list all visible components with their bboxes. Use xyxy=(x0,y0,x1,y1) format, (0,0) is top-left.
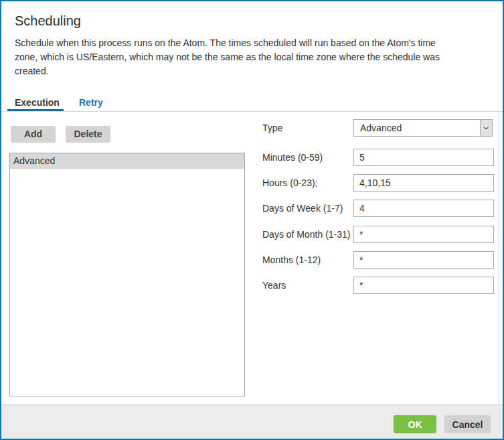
cancel-button[interactable]: Cancel xyxy=(444,415,491,433)
page-title: Scheduling xyxy=(15,13,81,29)
days-of-week-label: Days of Week (1-7) xyxy=(262,200,343,217)
content-right-divider xyxy=(499,112,499,405)
footer-bar: OK Cancel xyxy=(1,405,503,439)
type-dropdown-arrow-button[interactable]: ⌄ xyxy=(480,120,492,136)
hours-label: Hours (0-23); xyxy=(262,174,317,192)
months-label: Months (1-12) xyxy=(262,251,321,269)
chevron-down-icon: ⌄ xyxy=(481,120,491,133)
tab-retry[interactable]: Retry xyxy=(79,97,103,112)
hours-input[interactable] xyxy=(353,174,494,192)
days-of-month-label: Days of Month (1-31) xyxy=(262,226,351,243)
list-item-advanced[interactable]: Advanced xyxy=(10,153,244,169)
type-dropdown-value: Advanced xyxy=(360,120,402,136)
schedule-listbox: Advanced xyxy=(9,153,245,396)
minutes-label: Minutes (0-59) xyxy=(262,149,323,166)
months-input[interactable] xyxy=(353,251,494,269)
add-button[interactable]: Add xyxy=(11,126,56,143)
scheduling-dialog: Scheduling Schedule when this process ru… xyxy=(0,0,504,440)
dialog-description: Schedule when this process runs on the A… xyxy=(15,36,448,78)
ok-button[interactable]: OK xyxy=(394,415,436,433)
type-dropdown[interactable]: Advanced ⌄ xyxy=(353,119,493,137)
tabs-divider xyxy=(1,111,503,112)
type-label: Type xyxy=(262,119,282,137)
years-input[interactable] xyxy=(353,277,494,294)
active-tab-underline xyxy=(7,109,64,111)
delete-button[interactable]: Delete xyxy=(66,126,110,143)
days-of-week-input[interactable] xyxy=(353,200,494,217)
minutes-input[interactable] xyxy=(353,149,494,166)
days-of-month-input[interactable] xyxy=(353,226,494,243)
years-label: Years xyxy=(262,277,286,294)
